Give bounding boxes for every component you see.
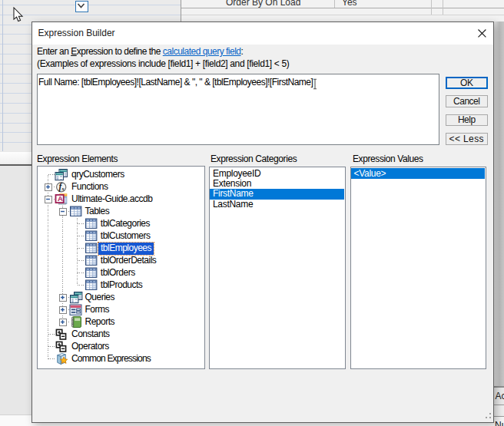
svg-text:A: A <box>58 194 63 203</box>
svg-text:x: x <box>61 186 65 192</box>
